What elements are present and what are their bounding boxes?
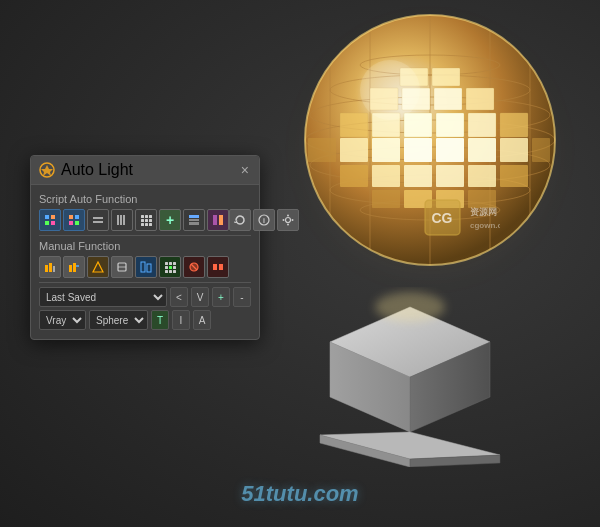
script-btn-colored[interactable] bbox=[207, 209, 229, 231]
manual-btn-4[interactable] bbox=[111, 256, 133, 278]
svg-rect-76 bbox=[189, 222, 199, 225]
svg-rect-74 bbox=[189, 215, 199, 218]
manual-btn-6[interactable] bbox=[159, 256, 181, 278]
script-btn-2[interactable] bbox=[63, 209, 85, 231]
script-section-label: Script Auto Function bbox=[39, 193, 251, 205]
btn-i[interactable]: I bbox=[172, 310, 190, 330]
manual-btn-1[interactable] bbox=[39, 256, 61, 278]
script-btn-plus[interactable]: + bbox=[159, 209, 181, 231]
watermark-51tutu: 51tutu.com bbox=[241, 481, 358, 507]
svg-rect-67 bbox=[69, 221, 73, 225]
svg-rect-68 bbox=[75, 221, 79, 225]
script-settings-btn[interactable] bbox=[277, 209, 299, 231]
btn-v[interactable]: V bbox=[191, 287, 209, 307]
svg-rect-42 bbox=[372, 190, 400, 208]
svg-marker-92 bbox=[93, 262, 103, 272]
svg-rect-39 bbox=[436, 165, 464, 187]
svg-rect-88 bbox=[53, 266, 55, 272]
svg-rect-38 bbox=[404, 165, 432, 187]
script-btn-1[interactable] bbox=[39, 209, 61, 231]
script-btn-4[interactable] bbox=[111, 209, 133, 231]
script-actions-right: i bbox=[229, 209, 299, 231]
sphere-dropdown[interactable]: Sphere bbox=[89, 310, 148, 330]
script-icons-left: + bbox=[39, 209, 229, 231]
manual-btn-2[interactable] bbox=[63, 256, 85, 278]
svg-rect-65 bbox=[69, 215, 73, 219]
manual-btn-8[interactable] bbox=[207, 256, 229, 278]
less-than-label: < bbox=[176, 292, 182, 303]
auto-light-dialog: Auto Light × Script Auto Function bbox=[30, 155, 260, 340]
script-toolbar-row: + i bbox=[39, 209, 251, 231]
svg-rect-27 bbox=[500, 113, 528, 137]
manual-btn-7[interactable] bbox=[183, 256, 205, 278]
svg-rect-62 bbox=[51, 215, 55, 219]
svg-rect-20 bbox=[434, 88, 462, 110]
svg-rect-87 bbox=[49, 263, 52, 272]
manual-toolbar-row bbox=[39, 256, 251, 278]
svg-rect-100 bbox=[219, 264, 223, 270]
svg-text:i: i bbox=[263, 217, 265, 224]
dialog-close-button[interactable]: × bbox=[239, 163, 251, 177]
svg-point-82 bbox=[287, 215, 289, 217]
svg-rect-31 bbox=[404, 138, 432, 162]
dialog-titlebar: Auto Light × bbox=[31, 156, 259, 185]
pedestal-svg bbox=[300, 287, 520, 467]
section-divider-2 bbox=[39, 282, 251, 283]
watermark-51-text: 51tutu.com bbox=[241, 481, 358, 506]
svg-rect-40 bbox=[468, 165, 496, 187]
vray-dropdown[interactable]: Vray bbox=[39, 310, 86, 330]
manual-section-label: Manual Function bbox=[39, 240, 251, 252]
cg-logo-svg: CG 资源网 cgown.com bbox=[420, 195, 500, 245]
svg-rect-90 bbox=[73, 263, 76, 272]
svg-point-83 bbox=[287, 224, 289, 226]
btn-plus[interactable]: + bbox=[212, 287, 230, 307]
script-btn-grid[interactable] bbox=[135, 209, 157, 231]
svg-rect-26 bbox=[468, 113, 496, 137]
dialog-title-group: Auto Light bbox=[39, 161, 133, 179]
svg-rect-71 bbox=[117, 215, 119, 225]
btn-less-than[interactable]: < bbox=[170, 287, 188, 307]
script-btn-3[interactable] bbox=[87, 209, 109, 231]
svg-rect-25 bbox=[436, 113, 464, 137]
manual-btn-5[interactable] bbox=[135, 256, 157, 278]
svg-rect-66 bbox=[75, 215, 79, 219]
svg-rect-72 bbox=[120, 215, 122, 225]
svg-text:CG: CG bbox=[432, 210, 453, 226]
svg-rect-32 bbox=[436, 138, 464, 162]
a-label: A bbox=[199, 315, 206, 326]
script-btn-table[interactable] bbox=[183, 209, 205, 231]
dropdown-row-1: Last Saved < V + - bbox=[39, 287, 251, 307]
svg-rect-95 bbox=[141, 262, 145, 272]
svg-rect-61 bbox=[45, 215, 49, 219]
3d-sphere-container bbox=[290, 10, 570, 290]
svg-text:资源网: 资源网 bbox=[470, 207, 497, 217]
pedestal-container bbox=[300, 287, 520, 467]
svg-point-47 bbox=[360, 60, 420, 120]
script-info-btn[interactable]: i bbox=[253, 209, 275, 231]
svg-rect-24 bbox=[404, 113, 432, 137]
svg-rect-37 bbox=[372, 165, 400, 187]
svg-rect-22 bbox=[340, 113, 368, 137]
dropdown-row-2: Vray Sphere T I A bbox=[39, 310, 251, 330]
svg-rect-89 bbox=[69, 265, 72, 272]
script-refresh-btn[interactable] bbox=[229, 209, 251, 231]
btn-a[interactable]: A bbox=[193, 310, 211, 330]
sphere-svg bbox=[290, 10, 570, 290]
last-saved-dropdown[interactable]: Last Saved bbox=[39, 287, 167, 307]
plus-label: + bbox=[218, 292, 224, 303]
manual-btn-3[interactable] bbox=[87, 256, 109, 278]
watermark-cg: CG 资源网 cgown.com bbox=[420, 195, 500, 248]
section-divider bbox=[39, 235, 251, 236]
v-label: V bbox=[197, 292, 204, 303]
btn-t[interactable]: T bbox=[151, 310, 169, 330]
t-label: T bbox=[157, 315, 163, 326]
svg-point-81 bbox=[286, 218, 291, 223]
svg-rect-30 bbox=[372, 138, 400, 162]
btn-minus[interactable]: - bbox=[233, 287, 251, 307]
svg-rect-75 bbox=[189, 219, 199, 221]
svg-rect-73 bbox=[123, 215, 125, 225]
svg-rect-99 bbox=[213, 264, 217, 270]
dialog-icon bbox=[39, 162, 55, 178]
svg-rect-96 bbox=[147, 264, 151, 272]
svg-rect-17 bbox=[432, 68, 460, 86]
